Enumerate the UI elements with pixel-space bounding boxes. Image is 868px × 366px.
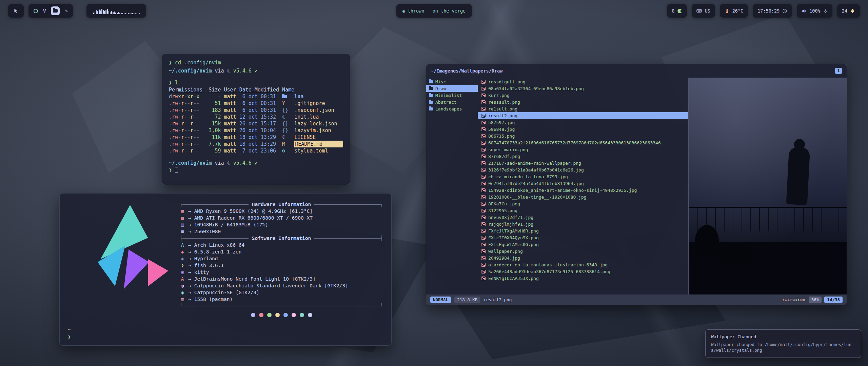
file-row[interactable]: 68747470733a2f2f696d616765732d7769786d70… <box>478 139 688 146</box>
terminal-cursor <box>175 167 178 173</box>
file-row[interactable]: 3126f7e9bbf21a8a4af0b67b041c6e26.jpg <box>478 166 688 173</box>
cwd-path: ~/.config/nvim <box>169 160 212 166</box>
file-row[interactable]: 3122955.png <box>478 207 688 214</box>
file-row[interactable]: 5a266e448add93deab367d87173e9f25-6837886… <box>478 268 688 275</box>
file-row[interactable]: result2.png <box>478 112 688 119</box>
file-row[interactable]: 866715.png <box>478 133 688 139</box>
launcher-button[interactable] <box>8 4 24 18</box>
directory-row[interactable]: Misc <box>426 78 478 85</box>
folder-icon <box>282 93 291 100</box>
directory-name: Misc <box>435 79 446 84</box>
fetch-value: Catppuccin-SE [GTK2/3] <box>194 289 259 296</box>
prompt-symbol: ❯ <box>68 334 71 340</box>
image-file-icon <box>481 175 486 179</box>
top-bar: V ✎ ◉ thrown - on the verge 0 US 26°C 17… <box>8 4 860 18</box>
file-name: atardecer-en-la-montanas-ilustracion-634… <box>488 262 608 267</box>
shell-prompt-line[interactable]: ❯ <box>169 167 343 174</box>
file-row[interactable]: EeNKYgIUcAAJ5JX.png <box>478 275 688 282</box>
file-row[interactable]: 20492984.jpg <box>478 255 688 261</box>
file-row[interactable]: 87r687df.png <box>478 153 688 160</box>
file-name: kurz.png <box>488 93 510 98</box>
gear-icon: ⚙ <box>282 147 291 154</box>
updates-module[interactable]: 0 <box>667 4 687 18</box>
file-name: FXfcII0X0AQyn9X.png <box>488 235 539 240</box>
temperature-module[interactable]: 26°C <box>720 4 748 18</box>
notification-popup[interactable]: Wallpaper Changed Wallpaper changed to /… <box>705 329 861 358</box>
file-row[interactable]: 587597.jpg <box>478 119 688 126</box>
notifications-module[interactable]: 24 <box>837 4 860 18</box>
file-name: EeNKYgIUcAAJ5JX.png <box>488 276 539 281</box>
directory-row[interactable]: Abstract <box>426 99 478 105</box>
file-row[interactable]: FXfcJlTXgAMvH6R.png <box>478 227 688 234</box>
arrow-icon: → <box>188 282 191 289</box>
image-file-icon <box>481 94 486 97</box>
notification-title: Wallpaper Changed <box>711 334 855 339</box>
font-icon: A <box>180 276 185 282</box>
license-icon: © <box>282 134 291 141</box>
audio-visualizer-module[interactable] <box>86 4 146 18</box>
fetch-value: Hyprland <box>194 255 218 262</box>
file-row[interactable]: 154928-odinokoe_anime-art-anime-okno-sin… <box>478 187 688 194</box>
file-row[interactable]: 8FKa7Cu.jpeg <box>478 200 688 207</box>
pen-workspace-icon[interactable]: ✎ <box>65 8 68 14</box>
file-row[interactable]: wallpaper.png <box>478 248 688 255</box>
image-file-icon <box>481 216 486 219</box>
volume-value: 100% <box>809 8 821 14</box>
directory-row[interactable]: Landscapes <box>426 105 478 112</box>
file-row[interactable]: 0c794faf07de24a4db4d4fb1eb813964.jpg <box>478 180 688 187</box>
theme-icon: ◑ <box>180 282 185 289</box>
user: matt <box>224 127 236 134</box>
clock-module[interactable]: 17:50:29 <box>753 4 792 18</box>
file-row[interactable]: resssult.png <box>478 99 688 105</box>
file-row[interactable]: 08a634fa02a32364f69ebc86a98eb1eb.png <box>478 85 688 92</box>
file-row[interactable]: FXfcHgcWIAMzs0G.png <box>478 241 688 248</box>
markdown-icon: M <box>282 141 291 147</box>
file-name: FXfcJlTXgAMvH6R.png <box>488 228 539 233</box>
image-file-icon <box>481 141 486 145</box>
file-name: 0c794faf07de24a4db4d4fb1eb813964.jpg <box>488 181 584 186</box>
file-name: 596848.jpg <box>488 127 515 132</box>
check-icon: ✔ <box>255 68 258 74</box>
file-row[interactable]: FXfcII0X0AQyn9X.png <box>478 234 688 241</box>
ls-table-header: PermissionsSizeUserDate ModifiedName <box>169 86 343 93</box>
permissions: .rw-r--r-- <box>169 141 202 147</box>
fetch-value: 1558 (pacman) <box>194 296 233 303</box>
lua-moon-icon: ☾ <box>227 68 230 74</box>
image-file-icon <box>481 127 486 131</box>
topbar-center: ◉ thrown - on the verge <box>396 4 472 18</box>
cwd-path: ~ <box>68 327 71 332</box>
vim-workspace-icon[interactable]: V <box>43 8 46 14</box>
shell-prompt-block[interactable]: ~ ❯ <box>68 326 71 341</box>
file-row[interactable]: 19201080-__blue-tinge__-1920×1080.jpg <box>478 194 688 200</box>
image-file-icon <box>481 87 486 90</box>
file-row[interactable]: atardecer-en-la-montanas-ilustracion-634… <box>478 261 688 268</box>
file-row[interactable]: 217167-sad-anime-rain-wallpaper.png <box>478 160 688 166</box>
file-row[interactable]: 596848.jpg <box>478 126 688 133</box>
file-row[interactable]: re1sult.png <box>478 105 688 112</box>
fetch-row: ▥→1558 (pacman) <box>180 296 383 303</box>
music-player-module[interactable]: ◉ thrown - on the verge <box>396 4 472 18</box>
file-manager-status-bar: NORMAL 218.8 KB result2.png -rwxrwxrwx 3… <box>426 294 847 305</box>
file-row[interactable]: nnvuv0xj2df71.jpg <box>478 214 688 221</box>
folder-icon <box>429 94 433 97</box>
browser-workspace-icon[interactable] <box>34 9 38 13</box>
directory-row[interactable]: Draw <box>426 85 478 92</box>
breadcrumb-path: ~/Imagenes/Wallpapers/Draw <box>431 68 502 74</box>
file-row[interactable]: ressdfgult.png <box>478 78 688 85</box>
selected-filename: result2.png <box>484 297 512 302</box>
file-row[interactable]: rsjqojlmjhf91.jpg <box>478 221 688 227</box>
fetch-row: ▦→AMD Ryzen 9 5900X (24) @ 4.9GHz [61.3°… <box>180 208 383 215</box>
file-row[interactable]: super-mario.png <box>478 146 688 153</box>
date-modified: 6 oct 00:31 <box>239 100 279 107</box>
palette-dot <box>292 313 296 317</box>
files-workspace-icon[interactable] <box>51 6 60 15</box>
keyboard-layout-module[interactable]: US <box>692 4 715 18</box>
file-name: FXfcHgcWIAMzs0G.png <box>488 242 539 247</box>
list-position-badge: 14/38 <box>824 297 843 303</box>
file-row[interactable]: kurz.png <box>478 92 688 99</box>
tab-indicator[interactable]: 1 <box>835 68 842 74</box>
volume-module[interactable]: 100% <box>797 4 832 18</box>
distro-logo <box>68 200 180 339</box>
directory-row[interactable]: Minimalist <box>426 92 478 99</box>
file-row[interactable]: chica-mirando-la-luna-8799.jpg <box>478 173 688 180</box>
